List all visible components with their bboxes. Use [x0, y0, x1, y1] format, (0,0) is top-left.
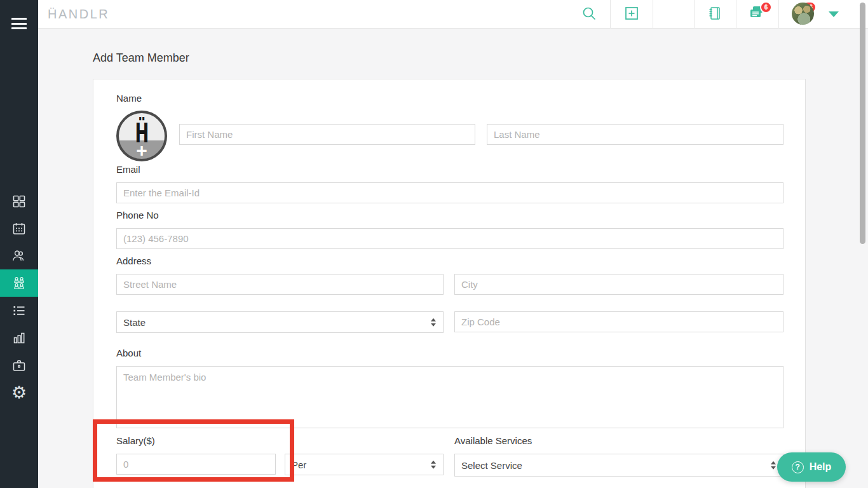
- zip-input[interactable]: [454, 311, 783, 332]
- main-content: Add Team Member Name Ḧ + Email Phone No …: [38, 29, 868, 488]
- sidebar-item-reports[interactable]: [0, 324, 38, 351]
- messages-badge: 6: [760, 1, 772, 13]
- sidebar-item-list[interactable]: [0, 297, 38, 324]
- phone-input[interactable]: [116, 228, 783, 249]
- salary-input[interactable]: [116, 454, 276, 475]
- page-title: Add Team Member: [93, 51, 189, 65]
- service-select[interactable]: Select Service: [454, 454, 783, 477]
- street-input[interactable]: [116, 274, 444, 295]
- plus-icon: +: [119, 141, 165, 160]
- salary-per-value: Per: [292, 459, 306, 470]
- sidebar-item-settings[interactable]: ⚙: [0, 379, 38, 406]
- clients-people-icon: [11, 248, 27, 264]
- sidebar-item-team[interactable]: [0, 269, 38, 297]
- sidebar-item-clients[interactable]: [0, 242, 38, 269]
- address-label: Address: [116, 255, 151, 266]
- select-arrows-icon: [771, 461, 776, 470]
- app-logo: ḦANDLR: [48, 0, 109, 29]
- briefcase-icon: [11, 358, 27, 373]
- help-button-label: Help: [810, 461, 832, 473]
- select-arrows-icon: [431, 461, 436, 469]
- salary-label: Salary($): [116, 435, 155, 446]
- vertical-scrollbar-thumb[interactable]: [860, 3, 865, 244]
- state-select[interactable]: State: [116, 311, 444, 333]
- phone-label: Phone No: [116, 210, 159, 220]
- chevron-down-icon[interactable]: [829, 11, 839, 17]
- first-name-input[interactable]: [179, 124, 475, 145]
- topbar: ḦANDLR: [38, 0, 868, 29]
- search-button[interactable]: [567, 0, 610, 29]
- email-input[interactable]: [116, 182, 783, 203]
- sidebar-item-jobs[interactable]: [0, 351, 38, 379]
- service-select-value: Select Service: [461, 460, 522, 471]
- add-square-icon: [623, 5, 640, 24]
- add-team-member-form-card: Name Ḧ + Email Phone No Address State Ab…: [93, 79, 806, 488]
- hamburger-menu-icon[interactable]: [11, 18, 27, 30]
- avatar-upload-button[interactable]: Ḧ +: [116, 111, 167, 161]
- notebook-icon: [707, 5, 723, 24]
- add-new-button[interactable]: [610, 0, 653, 29]
- about-textarea[interactable]: [116, 366, 783, 428]
- dashboard-grid-icon: [11, 194, 27, 209]
- sidebar-item-calendar[interactable]: [0, 215, 38, 242]
- help-button[interactable]: ? Help: [777, 452, 846, 482]
- search-icon: [581, 5, 597, 24]
- available-services-label: Available Services: [454, 435, 532, 446]
- team-group-icon: [11, 275, 27, 292]
- state-select-value: State: [123, 317, 146, 328]
- question-mark-icon: ?: [792, 461, 804, 473]
- settings-gear-icon: ⚙: [11, 384, 27, 401]
- last-name-input[interactable]: [487, 124, 783, 145]
- sidebar: ⚙: [0, 0, 38, 488]
- email-label: Email: [116, 164, 140, 175]
- city-input[interactable]: [454, 274, 783, 295]
- messages-button[interactable]: 6: [736, 0, 778, 29]
- salary-per-select[interactable]: Per: [285, 454, 444, 475]
- list-icon: [11, 303, 27, 318]
- name-label: Name: [116, 93, 142, 104]
- notebook-button[interactable]: [694, 0, 736, 29]
- select-arrows-icon: [431, 318, 436, 327]
- page: ⚙ ḦANDLR: [0, 0, 868, 488]
- about-label: About: [116, 348, 141, 358]
- user-avatar[interactable]: [792, 3, 814, 25]
- sidebar-item-dashboard[interactable]: [0, 187, 38, 215]
- bar-chart-icon: [11, 330, 27, 346]
- calendar-icon: [11, 221, 27, 236]
- topbar-divider: [653, 0, 653, 29]
